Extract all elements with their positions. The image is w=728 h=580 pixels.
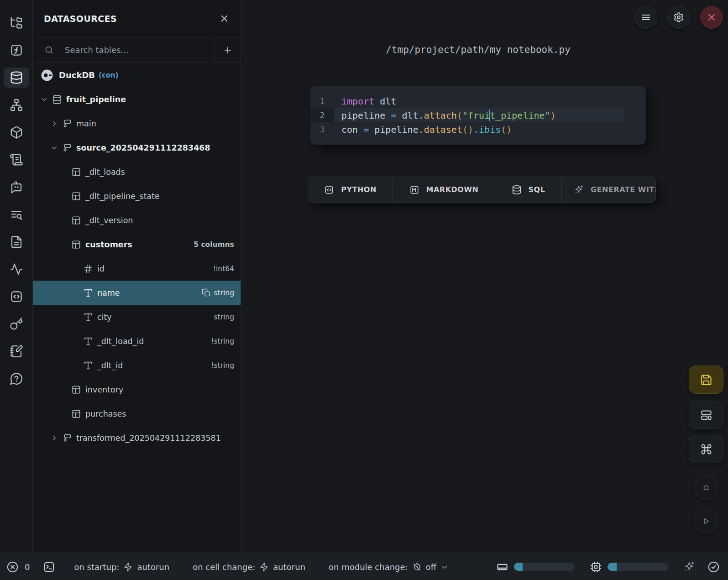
save-button[interactable]	[689, 366, 723, 394]
type-icon	[83, 336, 93, 346]
row-label: fruit_pipeline	[66, 95, 126, 104]
terminal-button[interactable]	[43, 561, 55, 573]
tree-row-_dlt_id[interactable]: _dlt_id!string	[33, 353, 241, 377]
row-label: _dlt_id	[97, 361, 123, 370]
layout-button[interactable]	[689, 401, 723, 429]
zap-icon	[123, 562, 133, 572]
settings-button[interactable]	[667, 6, 690, 29]
tree-row-source_202504291112283468[interactable]: source_202504291112283468	[33, 136, 241, 160]
memory-meter	[496, 561, 575, 573]
stop-button[interactable]	[694, 475, 718, 500]
tree-row-id[interactable]: id!int64	[33, 256, 241, 281]
code-cell[interactable]: 1 import dlt 2 pipeline = dlt.attach("fr…	[310, 86, 646, 145]
sidebar-item-tracing[interactable]	[4, 259, 29, 279]
tree-row-fruit_pipeline[interactable]: fruit_pipeline	[33, 87, 241, 111]
chevron-down-icon[interactable]	[50, 144, 62, 152]
sidebar-item-secrets[interactable]	[4, 314, 29, 334]
sidebar-item-help[interactable]	[4, 369, 29, 389]
command-icon	[700, 443, 712, 455]
tree-row-name[interactable]: namestring	[33, 281, 241, 305]
markdown-icon	[409, 185, 419, 195]
sidebar-item-documentation[interactable]	[4, 232, 29, 252]
line-number: 3	[310, 122, 334, 136]
setting-on-module-change[interactable]: on module change: off	[317, 562, 460, 572]
code-line-1[interactable]: 1 import dlt	[310, 94, 646, 108]
tree-row-purchases[interactable]: purchases	[33, 402, 241, 426]
tree-row-city[interactable]: citystring	[33, 305, 241, 329]
chevron-right-icon[interactable]	[50, 434, 62, 442]
plus-icon	[223, 45, 233, 55]
sidebar-item-ai-chat[interactable]	[4, 177, 29, 197]
row-meta: !int64	[213, 265, 234, 273]
sparkles-icon	[574, 185, 584, 195]
sidebar-item-scratchpad[interactable]	[4, 341, 29, 361]
code-line-2[interactable]: 2 pipeline = dlt.attach("fruit_pipeline"…	[310, 108, 646, 122]
tree-row-_dlt_version[interactable]: _dlt_version	[33, 208, 241, 232]
table-icon	[71, 191, 81, 201]
sidebar-item-dependency-graph[interactable]	[4, 95, 29, 115]
activity-icon	[10, 262, 23, 276]
menu-icon	[640, 12, 651, 23]
keyboard-shortcuts-button[interactable]	[689, 435, 723, 463]
hash-icon	[83, 264, 93, 274]
ai-assistant-button[interactable]	[683, 561, 695, 573]
tree-row-main[interactable]: main	[33, 111, 241, 136]
connection-status-button[interactable]	[707, 561, 720, 573]
row-label: _dlt_pipeline_state	[85, 192, 160, 201]
tree-row-_dlt_loads[interactable]: _dlt_loads	[33, 160, 241, 184]
code-line-3[interactable]: 3 con = pipeline.dataset().ibis()	[310, 122, 646, 136]
add-python-cell-button[interactable]: PYTHON	[308, 177, 393, 202]
statusbar-right	[683, 561, 720, 573]
database-icon	[512, 185, 522, 195]
search-row	[33, 37, 241, 63]
panel-title: DATASOURCES	[44, 14, 219, 24]
error-indicator-button[interactable]	[6, 561, 19, 573]
type-icon	[83, 312, 93, 322]
chevron-right-icon[interactable]	[50, 120, 62, 128]
sidebar-item-file-explorer[interactable]	[4, 13, 29, 33]
close-app-button[interactable]	[700, 6, 723, 29]
row-meta: !string	[211, 361, 234, 370]
menu-button[interactable]	[634, 6, 657, 29]
type-icon	[83, 312, 93, 322]
setting-on-cell-change[interactable]: on cell change: autorun	[181, 562, 317, 572]
network-icon	[10, 98, 23, 112]
sidebar-item-packages[interactable]	[4, 122, 29, 142]
close-icon	[219, 13, 230, 24]
play-icon	[700, 515, 712, 527]
tree-row-_dlt_pipeline_state[interactable]: _dlt_pipeline_state	[33, 184, 241, 208]
cpu-usage-bar	[608, 563, 668, 571]
schema-icon	[62, 433, 72, 443]
setting-on-startup[interactable]: on startup: autorun	[63, 562, 181, 572]
tree-row-customers[interactable]: customers5 columns	[33, 232, 241, 256]
sidebar-item-functions[interactable]	[4, 40, 29, 60]
add-markdown-cell-button[interactable]: MARKDOWN	[393, 177, 495, 202]
sidebar-item-logs[interactable]	[4, 204, 29, 225]
run-button[interactable]	[694, 509, 718, 533]
add-sql-cell-button[interactable]: SQL	[495, 177, 562, 202]
setting-value: autorun	[273, 562, 305, 572]
box-icon	[10, 125, 23, 139]
sidebar-item-snippets[interactable]	[4, 287, 29, 307]
stop-icon	[700, 482, 712, 494]
close-panel-button[interactable]	[219, 13, 230, 24]
sidebar-item-scripts[interactable]	[4, 150, 29, 170]
sidebar-item-datasources[interactable]	[4, 68, 29, 88]
database-icon	[52, 94, 62, 105]
generate-with-ai-button[interactable]: GENERATE WITH AI	[562, 177, 655, 202]
file-text-icon	[10, 235, 23, 249]
tree-row-DuckDB[interactable]: DuckDB(con)	[33, 63, 241, 87]
type-icon	[83, 288, 93, 298]
row-label: main	[76, 119, 96, 128]
status-bar: 0 on startup: autorun on cell change: au…	[0, 553, 728, 580]
tree-row-transformed_202504291112283581[interactable]: transformed_202504291112283581	[33, 426, 241, 450]
search-input[interactable]	[64, 45, 189, 55]
tree-row-_dlt_load_id[interactable]: _dlt_load_id!string	[33, 329, 241, 353]
row-meta: 5 columns	[194, 240, 234, 249]
search-box[interactable]	[33, 37, 215, 63]
add-datasource-button[interactable]	[215, 37, 241, 63]
row-label: id	[97, 264, 105, 273]
tree-row-inventory[interactable]: inventory	[33, 377, 241, 402]
chevron-down-icon[interactable]	[40, 95, 52, 104]
x-icon	[706, 12, 717, 23]
